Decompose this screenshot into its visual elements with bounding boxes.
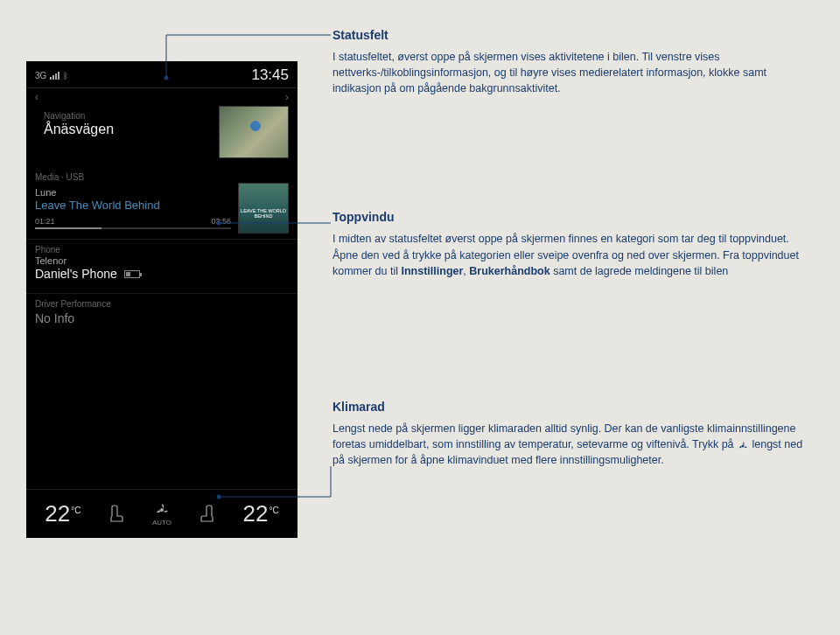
media-elapsed: 01:21 xyxy=(35,217,55,226)
phone-device: Daniel's Phone xyxy=(35,267,117,281)
driver-perf-tile[interactable]: Driver Performance No Info xyxy=(26,293,298,378)
right-temp-unit: °C xyxy=(268,506,278,522)
fan-inline-icon xyxy=(737,440,749,450)
right-temp[interactable]: 22 °C xyxy=(242,500,278,527)
description-column: Statusfelt I statusfeltet, øverst oppe p… xyxy=(332,17,814,538)
media-progress xyxy=(35,227,231,229)
fan-icon xyxy=(152,502,172,518)
phone-carrier: Telenor xyxy=(35,255,289,266)
perf-value: No Info xyxy=(35,310,289,325)
toppvindu-heading: Toppvindu xyxy=(332,210,814,224)
klimarad-section: Klimarad Lengst nede på skjermen ligger … xyxy=(332,400,814,468)
nav-arrows: ‹ › xyxy=(26,88,298,106)
album-art: LEAVE THE WORLD BEHIND xyxy=(238,183,289,234)
toppvindu-body: I midten av statusfeltet øverst oppe på … xyxy=(332,231,814,278)
navigation-tile[interactable]: Navigation Ånäsvägen xyxy=(26,106,298,165)
status-heading: Statusfelt xyxy=(332,28,814,42)
destination-name: Ånäsvägen xyxy=(35,122,219,141)
chevron-left-icon[interactable]: ‹ xyxy=(35,91,38,103)
seat-left-icon[interactable] xyxy=(108,504,125,525)
auto-label: AUTO xyxy=(152,518,172,527)
media-total: 03:56 xyxy=(211,217,231,226)
left-temp-unit: °C xyxy=(70,506,80,522)
status-section: Statusfelt I statusfeltet, øverst oppe p… xyxy=(332,28,814,96)
left-temp-value: 22 xyxy=(45,500,70,527)
document-page: 3G ᛒ 13:45 ‹ › Navigation Ånäsvägen xyxy=(0,0,840,555)
status-body: I statusfeltet, øverst oppe på skjermen … xyxy=(332,49,814,96)
media-track: Leave The World Behind xyxy=(35,198,231,212)
media-artist: Lune xyxy=(35,187,231,198)
phone-label: Phone xyxy=(35,240,289,255)
bluetooth-icon: ᛒ xyxy=(63,71,68,80)
klimarad-heading: Klimarad xyxy=(332,400,814,414)
map-thumbnail xyxy=(219,106,289,158)
status-left: 3G ᛒ xyxy=(35,71,68,80)
phone-tile[interactable]: Phone Telenor Daniel's Phone xyxy=(26,239,298,293)
battery-icon xyxy=(124,270,140,278)
navigation-label: Navigation xyxy=(35,106,219,122)
media-tile[interactable]: Lune Leave The World Behind 01:21 03:56 … xyxy=(26,183,298,239)
screenshot-column: 3G ᛒ 13:45 ‹ › Navigation Ånäsvägen xyxy=(26,17,298,538)
network-label: 3G xyxy=(35,71,46,80)
signal-icon xyxy=(50,72,60,80)
car-center-display: 3G ᛒ 13:45 ‹ › Navigation Ånäsvägen xyxy=(26,61,298,538)
svg-point-1 xyxy=(742,444,745,447)
status-bar: 3G ᛒ 13:45 xyxy=(26,61,298,88)
climate-bar[interactable]: 22 °C AUTO 22 °C xyxy=(26,489,298,538)
perf-label: Driver Performance xyxy=(35,294,289,310)
klimarad-body: Lengst nede på skjermen ligger klimarade… xyxy=(332,421,814,468)
seat-right-icon[interactable] xyxy=(199,504,216,525)
media-label: Media · USB xyxy=(26,165,298,183)
climate-center[interactable]: AUTO xyxy=(152,502,172,527)
chevron-right-icon[interactable]: › xyxy=(285,91,289,103)
album-text: LEAVE THE WORLD BEHIND xyxy=(239,208,288,219)
clock: 13:45 xyxy=(251,66,289,84)
right-temp-value: 22 xyxy=(242,500,268,527)
toppvindu-section: Toppvindu I midten av statusfeltet øvers… xyxy=(332,210,814,278)
left-temp[interactable]: 22 °C xyxy=(45,500,80,527)
